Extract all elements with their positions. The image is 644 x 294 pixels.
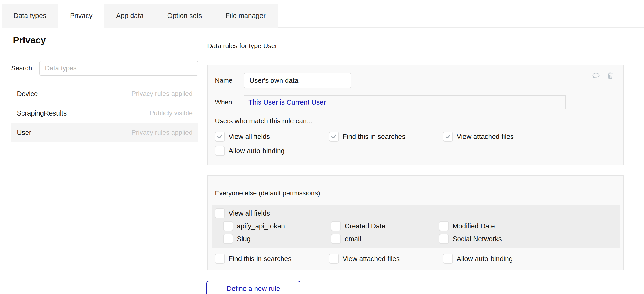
datatype-row-user[interactable]: User Privacy rules applied: [11, 123, 198, 142]
when-label: When: [215, 99, 244, 106]
tab-bar: Data types Privacy App data Option sets …: [2, 4, 644, 28]
name-label: Name: [215, 77, 244, 84]
checkbox[interactable]: [439, 234, 449, 244]
permission-view-attached-files[interactable]: View attached files: [443, 132, 557, 142]
checkbox[interactable]: [439, 221, 449, 231]
tab-label: Privacy: [70, 12, 92, 20]
rule-name-row: Name: [215, 73, 616, 88]
rule-card-actions: [592, 72, 614, 80]
field-email[interactable]: email: [331, 234, 439, 244]
define-new-rule-button[interactable]: Define a new rule: [206, 281, 300, 294]
field-label: email: [345, 235, 361, 243]
tab-label: Data types: [14, 12, 46, 20]
field-social-networks[interactable]: Social Networks: [439, 234, 547, 244]
permission-label: View attached files: [342, 255, 400, 263]
default-permissions-card: Everyone else (default permissions) View…: [207, 175, 624, 270]
search-row: Search: [11, 61, 198, 76]
default-allow-auto-binding[interactable]: Allow auto-binding: [443, 254, 557, 264]
checkbox[interactable]: [329, 132, 339, 142]
view-all-fields-section: View all fields apify_api_token Created …: [212, 204, 620, 248]
privacy-sidebar: Privacy Search Device Privacy rules appl…: [11, 28, 198, 142]
rule-permissions-grid: View all fields Find this in searches Vi…: [215, 132, 616, 156]
rule-name-input[interactable]: [244, 73, 351, 88]
checkbox[interactable]: [443, 132, 453, 142]
tab-file-manager[interactable]: File manager: [214, 4, 278, 28]
checkbox[interactable]: [215, 146, 225, 156]
permission-label: View all fields: [228, 133, 270, 141]
window-right-border: [641, 28, 642, 294]
checkbox[interactable]: [443, 254, 453, 264]
tab-label: File manager: [226, 12, 266, 20]
permission-label: Allow auto-binding: [456, 255, 513, 263]
sidebar-divider: [13, 52, 198, 52]
checkbox[interactable]: [215, 254, 225, 264]
field-label: apify_api_token: [237, 222, 285, 230]
datatype-status: Privacy rules applied: [132, 129, 192, 136]
checkbox[interactable]: [331, 221, 341, 231]
page-title: Privacy: [13, 35, 198, 46]
checkbox[interactable]: [215, 132, 225, 142]
permission-view-all-fields[interactable]: View all fields: [215, 132, 329, 142]
search-input[interactable]: [39, 61, 198, 76]
when-condition-box[interactable]: This User is Current User: [244, 95, 566, 109]
checkbox[interactable]: [223, 234, 233, 244]
rule-card: Name When This User is Current User User…: [207, 65, 624, 165]
checkmark-icon: [216, 133, 223, 140]
when-condition-value[interactable]: This User is Current User: [248, 99, 326, 106]
permission-label: View all fields: [228, 209, 270, 217]
data-rules-title: Data rules for type User: [207, 42, 636, 50]
trash-icon[interactable]: [606, 72, 614, 80]
rule-subtitle: Users who match this rule can...: [215, 117, 616, 125]
datatype-status: Privacy rules applied: [132, 90, 192, 98]
field-slug[interactable]: Slug: [223, 234, 331, 244]
datatype-status: Publicly visible: [150, 109, 192, 117]
data-rules-divider: [207, 54, 636, 54]
tab-label: Option sets: [167, 12, 202, 20]
default-find-in-searches[interactable]: Find this in searches: [215, 254, 329, 264]
datatype-name: User: [17, 129, 31, 137]
datatype-row-scrapingresults[interactable]: ScrapingResults Publicly visible: [11, 103, 198, 123]
field-label: Created Date: [345, 222, 386, 230]
permission-label: Find this in searches: [228, 255, 292, 263]
default-permissions-grid: Find this in searches View attached file…: [215, 254, 616, 264]
permission-label: View attached files: [456, 133, 514, 141]
permission-find-in-searches[interactable]: Find this in searches: [329, 132, 443, 142]
content-area: Privacy Search Device Privacy rules appl…: [0, 28, 644, 294]
permission-allow-auto-binding[interactable]: Allow auto-binding: [215, 146, 329, 156]
default-permissions-title: Everyone else (default permissions): [215, 189, 616, 197]
datatype-list: Device Privacy rules applied ScrapingRes…: [11, 84, 198, 142]
checkbox[interactable]: [329, 254, 339, 264]
tab-privacy[interactable]: Privacy: [58, 4, 104, 28]
field-label: Social Networks: [452, 235, 502, 243]
datatype-row-device[interactable]: Device Privacy rules applied: [11, 84, 198, 103]
search-label: Search: [11, 64, 39, 72]
field-apify-api-token[interactable]: apify_api_token: [223, 221, 331, 231]
field-label: Modified Date: [452, 222, 495, 230]
tab-app-data[interactable]: App data: [104, 4, 156, 28]
tab-label: App data: [116, 12, 144, 20]
datatype-name: ScrapingResults: [17, 109, 67, 117]
checkbox[interactable]: [331, 234, 341, 244]
tab-bar-filler: [278, 4, 644, 28]
field-created-date[interactable]: Created Date: [331, 221, 439, 231]
permission-label: Allow auto-binding: [228, 147, 284, 155]
comment-icon[interactable]: [592, 72, 600, 80]
checkmark-icon: [330, 133, 337, 140]
data-rules-panel: Data rules for type User: [207, 28, 636, 294]
field-label: Slug: [237, 235, 250, 243]
checkbox[interactable]: [215, 208, 225, 218]
checkmark-icon: [444, 133, 451, 140]
datatype-name: Device: [17, 90, 38, 98]
permission-label: Find this in searches: [342, 133, 406, 141]
field-checkbox-grid: apify_api_token Created Date Modified Da…: [223, 221, 617, 244]
rule-when-row: When This User is Current User: [215, 95, 616, 109]
default-view-all-fields[interactable]: View all fields: [215, 208, 617, 218]
tab-data-types[interactable]: Data types: [2, 4, 58, 28]
tab-option-sets[interactable]: Option sets: [156, 4, 214, 28]
field-modified-date[interactable]: Modified Date: [439, 221, 547, 231]
checkbox[interactable]: [223, 221, 233, 231]
default-view-attached-files[interactable]: View attached files: [329, 254, 443, 264]
